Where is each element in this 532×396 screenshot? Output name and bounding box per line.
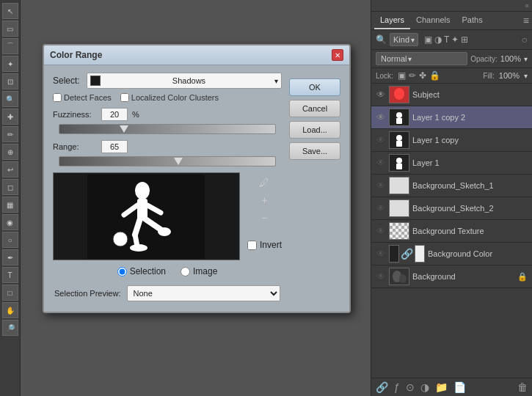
layer-visibility-icon[interactable]: 👁 (376, 135, 386, 145)
range-slider-thumb[interactable] (174, 158, 183, 165)
tool-gradient[interactable]: ▦ (2, 197, 18, 213)
filter-toggle-icon[interactable]: ○ (522, 34, 528, 45)
fill-value[interactable]: 100% (499, 71, 520, 80)
tool-select[interactable]: ▭ (2, 21, 18, 37)
layer-item[interactable]: 👁 Background 🔒 (371, 265, 532, 288)
tool-shape[interactable]: □ (2, 285, 18, 301)
tool-clone[interactable]: ⊕ (2, 144, 18, 160)
lock-all-icon[interactable]: 🔒 (429, 70, 440, 81)
tool-brush[interactable]: ✏ (2, 126, 18, 142)
close-button[interactable]: ✕ (332, 49, 343, 61)
layer-name: Subject (412, 90, 528, 99)
new-adjustment-icon[interactable]: ◑ (420, 381, 429, 393)
layer-item[interactable]: 👁 Background_Sketch_2 (371, 197, 532, 220)
filter-adjust-icon[interactable]: ◑ (434, 34, 442, 45)
add-mask-icon[interactable]: ⊙ (406, 381, 415, 393)
image-radio[interactable] (181, 267, 190, 276)
layer-name: Layer 1 (412, 158, 528, 167)
layer-visibility-icon[interactable]: 👁 (376, 203, 386, 213)
fuzziness-slider-thumb[interactable] (120, 125, 128, 133)
layer-item[interactable]: 👁 Layer 1 copy (371, 129, 532, 152)
detect-faces-checkbox[interactable] (53, 93, 62, 102)
layer-item[interactable]: 👁 Background Texture (371, 220, 532, 243)
invert-checkbox[interactable] (247, 241, 257, 250)
layer-visibility-icon[interactable]: 👁 (376, 226, 386, 236)
select-dropdown[interactable]: Shadows ▾ (87, 73, 282, 89)
panel-collapse-icon[interactable]: « (525, 1, 529, 10)
svg-point-21 (396, 158, 402, 164)
filter-type-icon[interactable]: T (444, 34, 449, 45)
panel-menu-icon[interactable]: ≡ (523, 15, 529, 26)
lock-pixel-icon[interactable]: ▣ (398, 70, 406, 81)
layers-list: 👁 Subject 👁 Layer 1 copy 2 (371, 84, 532, 378)
new-layer-icon[interactable]: 📄 (453, 381, 466, 393)
delete-layer-icon[interactable]: 🗑 (517, 381, 528, 393)
svg-point-11 (130, 244, 147, 252)
layer-item[interactable]: 👁 Subject (371, 84, 532, 106)
tab-layers[interactable]: Layers (374, 12, 410, 29)
tool-magic[interactable]: ✦ (2, 56, 18, 72)
filter-smart-icon[interactable]: ⊞ (461, 34, 468, 45)
layer-visibility-icon[interactable]: 👁 (376, 89, 386, 100)
selection-radio[interactable] (117, 267, 127, 276)
tool-hand[interactable]: ✋ (2, 302, 18, 318)
tool-history[interactable]: ↩ (2, 161, 18, 177)
tool-pen[interactable]: ✒ (2, 249, 18, 265)
fuzziness-slider[interactable] (59, 124, 276, 134)
layer-item[interactable]: 👁 🔗 Background Color (371, 243, 532, 265)
layer-visibility-icon[interactable]: 👁 (376, 180, 386, 191)
filter-pixel-icon[interactable]: ▣ (424, 34, 432, 45)
select-chevron-icon: ▾ (274, 77, 278, 85)
layer-visibility-icon[interactable]: 👁 (376, 158, 386, 168)
layer-item[interactable]: 👁 Background_Sketch_1 (371, 175, 532, 197)
opacity-value[interactable]: 100% (500, 54, 521, 63)
layer-visibility-icon[interactable]: 👁 (376, 271, 386, 282)
range-slider-bar[interactable] (59, 156, 276, 166)
range-value[interactable]: 65 (101, 140, 128, 153)
fuzziness-value[interactable]: 20 (101, 108, 128, 121)
tool-text[interactable]: T (2, 267, 18, 283)
range-slider[interactable] (59, 156, 276, 166)
add-style-icon[interactable]: ƒ (394, 381, 400, 393)
eyedropper-tool[interactable]: 🖊 (257, 175, 272, 190)
blend-mode-dropdown[interactable]: Normal ▾ (376, 52, 467, 65)
selection-preview-select[interactable]: None (127, 285, 281, 301)
image-radio-item[interactable]: Image (181, 266, 217, 276)
save-button[interactable]: Save... (289, 142, 340, 160)
tab-paths[interactable]: Paths (456, 12, 489, 29)
tool-crop[interactable]: ⊡ (2, 73, 18, 89)
layer-visibility-icon[interactable]: 👁 (376, 112, 386, 122)
tool-heal[interactable]: ✚ (2, 109, 18, 125)
tool-lasso[interactable]: ⌒ (2, 38, 18, 54)
tool-blur[interactable]: ◉ (2, 214, 18, 230)
eyedropper-add-tool[interactable]: + (257, 193, 272, 208)
localized-color-checkbox-item[interactable]: Localized Color Clusters (120, 93, 219, 102)
tool-eyedropper[interactable]: 🔍 (2, 91, 18, 107)
tool-dodge[interactable]: ○ (2, 232, 18, 248)
preview-canvas[interactable] (53, 172, 240, 260)
detect-faces-checkbox-item[interactable]: Detect Faces (53, 93, 112, 102)
kind-dropdown[interactable]: Kind ▾ (390, 33, 418, 46)
ok-button[interactable]: OK (289, 78, 340, 96)
new-group-icon[interactable]: 📁 (435, 381, 448, 393)
panel-tabs: Layers Channels Paths ≡ (371, 12, 532, 30)
link-layers-icon[interactable]: 🔗 (376, 381, 388, 393)
lock-draw-icon[interactable]: ✏ (409, 70, 416, 81)
layer-visibility-icon[interactable]: 👁 (376, 249, 386, 259)
eyedropper-subtract-tool[interactable]: − (257, 210, 272, 225)
fuzziness-slider-bar[interactable] (59, 124, 276, 134)
layer-item[interactable]: 👁 Layer 1 copy 2 (371, 106, 532, 129)
layer-search: 🔍 Kind ▾ ▣ ◑ T ✦ ⊞ ○ (371, 30, 532, 50)
tool-eraser[interactable]: ◻ (2, 179, 18, 195)
cancel-button[interactable]: Cancel (289, 100, 340, 117)
localized-color-checkbox[interactable] (120, 93, 129, 102)
load-button[interactable]: Load... (289, 121, 340, 139)
layer-item[interactable]: 👁 Layer 1 (371, 152, 532, 175)
dialog-inner: Select: Shadows ▾ Detect Faces (53, 73, 340, 304)
tool-zoom[interactable]: 🔎 (2, 320, 18, 336)
tab-channels[interactable]: Channels (410, 12, 456, 29)
filter-shape-icon[interactable]: ✦ (451, 34, 459, 45)
tool-move[interactable]: ↖ (2, 3, 18, 19)
selection-radio-item[interactable]: Selection (117, 266, 166, 276)
lock-move-icon[interactable]: ✤ (419, 70, 426, 81)
